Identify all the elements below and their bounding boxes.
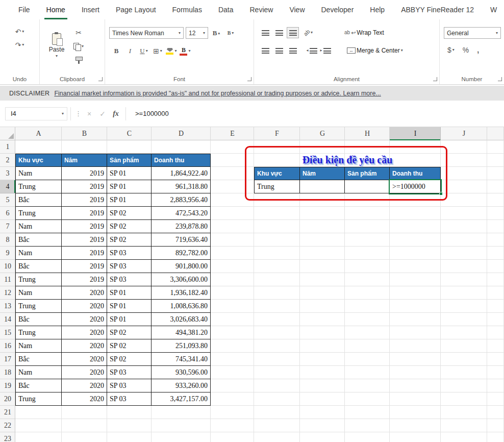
cell-H11[interactable] bbox=[345, 273, 390, 286]
cell-D8[interactable]: 719,636.40 bbox=[152, 233, 211, 247]
cell-F20[interactable] bbox=[254, 392, 300, 406]
cell-B21[interactable] bbox=[62, 406, 107, 419]
row-header-16[interactable]: 16 bbox=[0, 339, 15, 353]
row-header-5[interactable]: 5 bbox=[0, 193, 15, 207]
cell-E15[interactable] bbox=[211, 326, 254, 339]
cell-A19[interactable]: Bắc bbox=[15, 379, 62, 392]
cell-H9[interactable] bbox=[345, 247, 390, 260]
column-header-H[interactable]: H bbox=[345, 127, 390, 140]
cell-J12[interactable] bbox=[441, 286, 487, 300]
row-header-8[interactable]: 8 bbox=[0, 233, 15, 247]
cell-J20[interactable] bbox=[441, 392, 487, 406]
cell-A11[interactable]: Trung bbox=[15, 273, 62, 286]
fill-handle[interactable] bbox=[439, 192, 443, 195]
cell-C8[interactable]: SP 02 bbox=[107, 233, 152, 247]
cell-I21[interactable] bbox=[390, 406, 441, 419]
font-color-button[interactable]: B ▾ bbox=[179, 45, 191, 57]
cell-B7[interactable]: 2019 bbox=[62, 220, 107, 233]
enter-button[interactable]: ✓ bbox=[96, 107, 109, 120]
cell-C17[interactable]: SP 02 bbox=[107, 353, 152, 366]
cell-D21[interactable] bbox=[152, 406, 211, 419]
cell-K19[interactable] bbox=[487, 379, 504, 392]
cell-G18[interactable] bbox=[300, 366, 345, 379]
cell-F19[interactable] bbox=[254, 379, 300, 392]
cell-J14[interactable] bbox=[441, 313, 487, 326]
cell-A9[interactable]: Nam bbox=[15, 247, 62, 260]
cell-E8[interactable] bbox=[211, 233, 254, 247]
cell-E14[interactable] bbox=[211, 313, 254, 326]
cell-I23[interactable] bbox=[390, 432, 441, 442]
cell-F16[interactable] bbox=[254, 339, 300, 353]
cell-B6[interactable]: 2019 bbox=[62, 207, 107, 220]
cell-H19[interactable] bbox=[345, 379, 390, 392]
cell-H16[interactable] bbox=[345, 339, 390, 353]
cell-A22[interactable] bbox=[15, 419, 62, 432]
cell-K15[interactable] bbox=[487, 326, 504, 339]
row-header-3[interactable]: 3 bbox=[0, 167, 15, 180]
cell-E22[interactable] bbox=[211, 419, 254, 432]
cell-K10[interactable] bbox=[487, 260, 504, 273]
cell-F15[interactable] bbox=[254, 326, 300, 339]
cell-K23[interactable] bbox=[487, 432, 504, 442]
cell-K1[interactable] bbox=[487, 140, 504, 154]
cell-G9[interactable] bbox=[300, 247, 345, 260]
cell-B16[interactable]: 2020 bbox=[62, 339, 107, 353]
cell-J11[interactable] bbox=[441, 273, 487, 286]
cell-K5[interactable] bbox=[487, 193, 504, 207]
paste-button[interactable]: Paste ▾ bbox=[45, 26, 68, 65]
cell-J16[interactable] bbox=[441, 339, 487, 353]
column-header-I[interactable]: I bbox=[390, 127, 441, 140]
cell-I15[interactable] bbox=[390, 326, 441, 339]
merge-center-button[interactable]: ↔ Merge & Center ▾ bbox=[346, 46, 404, 55]
cell-E4[interactable] bbox=[211, 180, 254, 193]
cell-D16[interactable]: 251,093.80 bbox=[152, 339, 211, 353]
cell-D19[interactable]: 933,260.00 bbox=[152, 379, 211, 392]
copy-button[interactable]: ▾ bbox=[72, 41, 85, 52]
cell-I14[interactable] bbox=[390, 313, 441, 326]
cell-I3[interactable]: Doanh thu bbox=[390, 167, 441, 180]
cell-J8[interactable] bbox=[441, 233, 487, 247]
row-header-7[interactable]: 7 bbox=[0, 220, 15, 233]
cell-A23[interactable] bbox=[15, 432, 62, 442]
cell-E20[interactable] bbox=[211, 392, 254, 406]
disclaimer-link[interactable]: Financial market information is provided… bbox=[54, 90, 381, 97]
cell-E3[interactable] bbox=[211, 167, 254, 180]
row-header-11[interactable]: 11 bbox=[0, 273, 15, 286]
tab-review[interactable]: Review bbox=[242, 0, 282, 19]
percent-style-button[interactable]: % bbox=[462, 46, 469, 54]
row-header-13[interactable]: 13 bbox=[0, 300, 15, 313]
cell-C12[interactable]: SP 01 bbox=[107, 286, 152, 300]
cell-H6[interactable] bbox=[345, 207, 390, 220]
cell-D13[interactable]: 1,008,636.80 bbox=[152, 300, 211, 313]
cell-F14[interactable] bbox=[254, 313, 300, 326]
cell-H4[interactable] bbox=[345, 180, 390, 193]
cell-A5[interactable]: Bắc bbox=[15, 193, 62, 207]
cell-B3[interactable]: 2019 bbox=[62, 167, 107, 180]
cell-F18[interactable] bbox=[254, 366, 300, 379]
cell-G17[interactable] bbox=[300, 353, 345, 366]
cell-H14[interactable] bbox=[345, 313, 390, 326]
cell-K12[interactable] bbox=[487, 286, 504, 300]
cell-K2[interactable] bbox=[487, 154, 504, 167]
cell-D5[interactable]: 2,883,956.40 bbox=[152, 193, 211, 207]
cell-F5[interactable] bbox=[254, 193, 300, 207]
cell-B8[interactable]: 2019 bbox=[62, 233, 107, 247]
cell-B20[interactable]: 2020 bbox=[62, 392, 107, 406]
column-header-E[interactable]: E bbox=[211, 127, 254, 140]
cell-K21[interactable] bbox=[487, 406, 504, 419]
tab-help[interactable]: Help bbox=[362, 0, 393, 19]
cell-G23[interactable] bbox=[300, 432, 345, 442]
decrease-font-button[interactable]: B ▾ bbox=[224, 28, 237, 39]
cell-A1[interactable] bbox=[15, 140, 62, 154]
cell-E6[interactable] bbox=[211, 207, 254, 220]
cell-J5[interactable] bbox=[441, 193, 487, 207]
cell-F22[interactable] bbox=[254, 419, 300, 432]
cell-C11[interactable]: SP 03 bbox=[107, 273, 152, 286]
cell-G15[interactable] bbox=[300, 326, 345, 339]
cell-J15[interactable] bbox=[441, 326, 487, 339]
cell-A6[interactable]: Trung bbox=[15, 207, 62, 220]
cell-C3[interactable]: SP 01 bbox=[107, 167, 152, 180]
cell-K13[interactable] bbox=[487, 300, 504, 313]
cell-E17[interactable] bbox=[211, 353, 254, 366]
cell-J2[interactable] bbox=[441, 154, 487, 167]
